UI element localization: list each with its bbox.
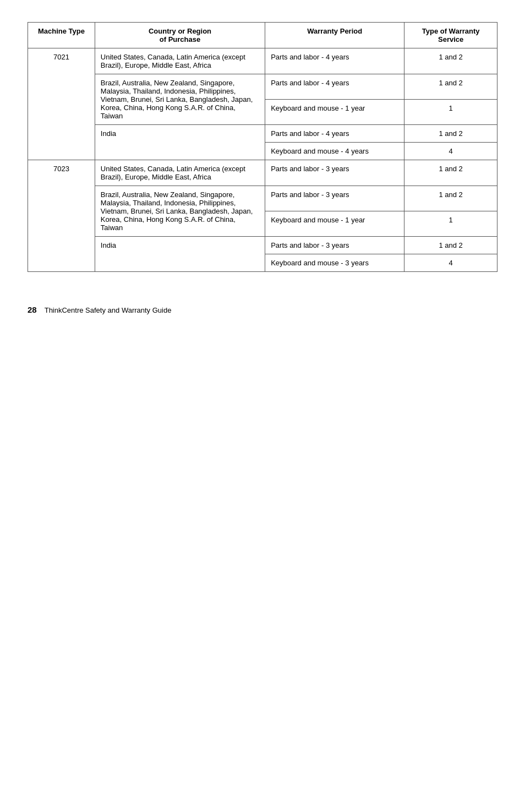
warranty-period-cell: Parts and labor - 4 years	[265, 74, 404, 100]
warranty-period-cell: Keyboard and mouse - 1 year	[265, 100, 404, 125]
country-cell: United States, Canada, Latin America (ex…	[95, 160, 265, 186]
country-cell: India	[95, 125, 265, 160]
table-row: Brazil, Australia, New Zealand, Singapor…	[28, 74, 497, 100]
service-cell: 1 and 2	[404, 125, 497, 143]
machine-type-7021: 7021	[28, 48, 95, 160]
table-row: Brazil, Australia, New Zealand, Singapor…	[28, 186, 497, 211]
country-cell: Brazil, Australia, New Zealand, Singapor…	[95, 74, 265, 125]
table-row: 7021 United States, Canada, Latin Americ…	[28, 48, 497, 74]
service-cell: 1 and 2	[404, 74, 497, 100]
service-cell: 4	[404, 254, 497, 272]
warranty-table: Machine Type Country or Regionof Purchas…	[28, 22, 497, 272]
header-warranty-period: Warranty Period	[265, 23, 404, 48]
table-row: India Parts and labor - 4 years 1 and 2	[28, 125, 497, 143]
header-warranty-service: Type of WarrantyService	[404, 23, 497, 48]
service-cell: 1	[404, 211, 497, 237]
service-cell: 4	[404, 143, 497, 160]
header-machine-type: Machine Type	[28, 23, 95, 48]
warranty-period-cell: Parts and labor - 3 years	[265, 237, 404, 254]
page-footer: 28 ThinkCentre Safety and Warranty Guide	[28, 305, 497, 314]
warranty-period-cell: Parts and labor - 4 years	[265, 48, 404, 74]
warranty-period-cell: Keyboard and mouse - 3 years	[265, 254, 404, 272]
service-cell: 1 and 2	[404, 160, 497, 186]
page-number: 28	[28, 305, 37, 314]
country-cell: Brazil, Australia, New Zealand, Singapor…	[95, 186, 265, 237]
service-cell: 1 and 2	[404, 48, 497, 74]
warranty-period-cell: Parts and labor - 4 years	[265, 125, 404, 143]
table-row: India Parts and labor - 3 years 1 and 2	[28, 237, 497, 254]
country-cell: India	[95, 237, 265, 272]
machine-type-7023: 7023	[28, 160, 95, 272]
footer-text: ThinkCentre Safety and Warranty Guide	[45, 306, 172, 314]
warranty-period-cell: Parts and labor - 3 years	[265, 186, 404, 211]
warranty-period-cell: Keyboard and mouse - 1 year	[265, 211, 404, 237]
service-cell: 1 and 2	[404, 186, 497, 211]
warranty-period-cell: Parts and labor - 3 years	[265, 160, 404, 186]
service-cell: 1	[404, 100, 497, 125]
country-cell: United States, Canada, Latin America (ex…	[95, 48, 265, 74]
warranty-period-cell: Keyboard and mouse - 4 years	[265, 143, 404, 160]
service-cell: 1 and 2	[404, 237, 497, 254]
header-country-region: Country or Regionof Purchase	[95, 23, 265, 48]
table-row: 7023 United States, Canada, Latin Americ…	[28, 160, 497, 186]
